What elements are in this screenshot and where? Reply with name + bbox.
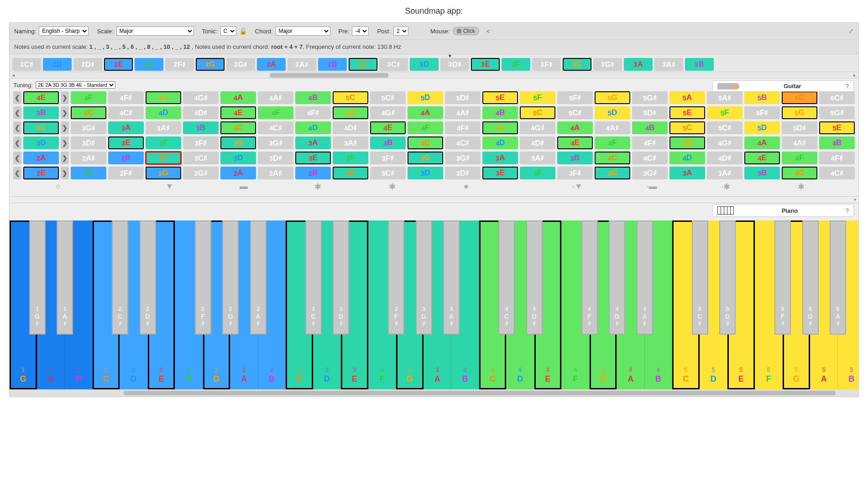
fret-note[interactable]: 2A xyxy=(23,152,59,164)
fret-note[interactable]: 4D xyxy=(146,106,181,119)
fret-note[interactable]: 4F♯ xyxy=(295,106,331,119)
fret-note[interactable]: 5D xyxy=(744,121,780,134)
fret-note[interactable]: 3A♯ xyxy=(520,152,555,164)
fret-note[interactable]: 6C xyxy=(782,91,817,104)
string-next[interactable]: ❯ xyxy=(61,136,69,149)
fret-note[interactable]: 2E xyxy=(23,167,59,179)
fret-note[interactable]: 4G♯ xyxy=(707,136,743,149)
fret-note[interactable]: 5D♯ xyxy=(782,121,817,134)
string-next[interactable]: ❯ xyxy=(61,152,69,164)
black-key[interactable]: 3F♯ xyxy=(388,220,404,335)
string-prev[interactable]: ❮ xyxy=(13,136,21,149)
fret-note[interactable]: 4D♯ xyxy=(183,106,219,119)
fret-note[interactable]: 4F xyxy=(71,91,106,104)
strip-note[interactable]: 3G♯ xyxy=(593,58,622,71)
fret-note[interactable]: 4C♯ xyxy=(819,167,855,179)
black-key[interactable]: 3A♯ xyxy=(443,220,460,335)
fret-note[interactable]: 3G xyxy=(595,167,630,179)
fret-note[interactable]: 5G♯ xyxy=(632,91,668,104)
strip-note[interactable]: 2D xyxy=(43,58,72,71)
tuning-select[interactable]: 2E 2A 3D 3G 3B 4E - Standard xyxy=(36,81,115,89)
fret-note[interactable]: 3F xyxy=(520,167,555,179)
tonic-select[interactable]: C xyxy=(220,26,236,36)
fret-note[interactable]: 3A♯ xyxy=(707,167,743,179)
fret-note[interactable]: 3D xyxy=(220,152,256,164)
fret-note[interactable]: 4C xyxy=(408,136,443,149)
black-key[interactable]: 5D♯ xyxy=(719,220,736,335)
fret-note[interactable]: 4D♯ xyxy=(707,152,743,164)
fret-note[interactable]: 5C♯ xyxy=(707,121,743,134)
fret-note[interactable]: 3G xyxy=(220,136,256,149)
fret-note[interactable]: 3E xyxy=(482,167,518,179)
black-key[interactable]: 3D♯ xyxy=(333,220,349,335)
fret-note[interactable]: 4B xyxy=(295,91,331,104)
fret-note[interactable]: 3D♯ xyxy=(445,167,481,179)
fret-note[interactable]: 3C xyxy=(146,152,181,164)
strip-note[interactable]: 3B xyxy=(685,58,714,71)
fret-note[interactable]: 5E xyxy=(669,106,705,119)
fret-note[interactable]: 5D xyxy=(595,106,630,119)
guitar-scrollbar[interactable]: ▸ xyxy=(10,197,858,203)
fret-note[interactable]: 4D xyxy=(482,136,518,149)
strip-note[interactable]: 2B xyxy=(318,58,347,71)
fret-note[interactable]: 4C♯ xyxy=(258,121,293,134)
fret-note[interactable]: 4C xyxy=(595,152,630,164)
fret-note[interactable]: 4A xyxy=(744,136,780,149)
fret-note[interactable]: 5C xyxy=(669,121,705,134)
fret-note[interactable]: 3G♯ xyxy=(258,136,293,149)
fret-note[interactable]: 4F xyxy=(595,136,630,149)
strip-note[interactable]: 2C♯ xyxy=(12,58,41,71)
fret-note[interactable]: 3A xyxy=(482,152,518,164)
fret-note[interactable]: 5F xyxy=(520,91,555,104)
fret-note[interactable]: 4G xyxy=(146,91,181,104)
fret-note[interactable]: 3A♯ xyxy=(333,136,368,149)
fret-note[interactable]: 4E xyxy=(23,91,59,104)
piano-scrollbar[interactable] xyxy=(10,389,858,397)
fret-note[interactable]: 4A♯ xyxy=(258,91,293,104)
black-key[interactable]: 4A♯ xyxy=(637,220,653,335)
fret-note[interactable]: 4D xyxy=(295,121,331,134)
naming-select[interactable]: English - Sharp xyxy=(39,26,89,36)
guitar-help[interactable]: ? xyxy=(846,83,849,89)
fret-note[interactable]: 3F♯ xyxy=(183,136,219,149)
strip-note[interactable]: 3D xyxy=(410,58,439,71)
fret-note[interactable]: 4F♯ xyxy=(632,136,668,149)
fret-note[interactable]: 2F xyxy=(71,167,106,179)
black-key[interactable]: 2A♯ xyxy=(250,220,267,335)
strip-note[interactable]: 3F xyxy=(502,58,530,71)
strip-note[interactable]: 2F xyxy=(135,58,163,71)
black-key[interactable]: 2G♯ xyxy=(222,220,239,335)
fret-note[interactable]: 3E xyxy=(108,136,144,149)
fret-note[interactable]: 4A♯ xyxy=(595,121,630,134)
fret-note[interactable]: 3B xyxy=(23,106,59,119)
string-prev[interactable]: ❮ xyxy=(13,121,21,134)
fret-note[interactable]: 4C♯ xyxy=(445,136,481,149)
strip-note[interactable]: 2F♯ xyxy=(165,58,194,71)
fret-note[interactable]: 5B xyxy=(744,91,780,104)
fret-note[interactable]: 3B xyxy=(744,167,780,179)
fret-note[interactable]: 2A xyxy=(220,167,256,179)
fret-note[interactable]: 4F♯ xyxy=(445,121,481,134)
chord-select[interactable]: Major xyxy=(276,26,330,36)
string-next[interactable]: ❯ xyxy=(61,121,69,134)
fret-note[interactable]: 5E xyxy=(819,121,855,134)
fret-note[interactable]: 3G♯ xyxy=(71,121,106,134)
fret-note[interactable]: 4A xyxy=(557,121,593,134)
fret-note[interactable]: 4G xyxy=(482,121,518,134)
string-prev[interactable]: ❮ xyxy=(13,152,21,164)
fret-note[interactable]: 5A♯ xyxy=(707,91,743,104)
black-key[interactable]: 4F♯ xyxy=(581,220,598,335)
strip-note[interactable]: 2D♯ xyxy=(73,58,102,71)
fret-note[interactable]: 3A xyxy=(669,167,705,179)
black-key[interactable]: 2C♯ xyxy=(112,220,128,335)
fret-note[interactable]: 5C♯ xyxy=(370,91,406,104)
black-key[interactable]: 5F♯ xyxy=(774,220,791,335)
fret-note[interactable]: 4F♯ xyxy=(108,91,144,104)
fret-note[interactable]: 4G♯ xyxy=(370,106,406,119)
strip-note[interactable]: 3A xyxy=(624,58,653,71)
black-key[interactable]: 1A♯ xyxy=(57,220,73,335)
fret-note[interactable]: 3D♯ xyxy=(71,136,106,149)
lock-icon[interactable]: 🔒 xyxy=(239,27,247,35)
fret-note[interactable]: 3F♯ xyxy=(557,167,593,179)
strip-note[interactable]: 2G xyxy=(196,58,225,71)
